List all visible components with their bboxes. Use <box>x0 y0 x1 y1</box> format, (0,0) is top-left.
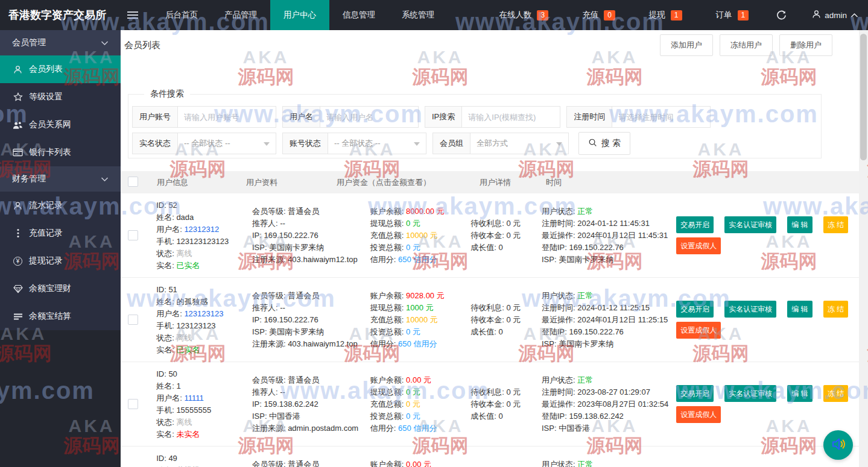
username-link[interactable]: 12312312 <box>184 225 219 234</box>
last-operation-time: 2024年01月12日 11:45:31 <box>577 231 668 240</box>
edit-button[interactable]: 编 辑 <box>787 385 812 402</box>
chevron-down-icon <box>101 38 109 48</box>
sidebar-item-member-network[interactable]: 会员关系网 <box>0 111 121 139</box>
nav-item-system[interactable]: 系统管理 <box>388 0 448 30</box>
username-input[interactable] <box>320 106 419 128</box>
withdraw-total[interactable]: 0 元 <box>406 387 420 396</box>
sidebar-item-bank-cards[interactable]: 银行卡列表 <box>0 139 121 166</box>
referrer: -- <box>280 219 285 228</box>
user-funds-cell: 账户余额0.00 元 提现总额0 元 充值总额0 元 投资总额0 元 信用分65… <box>366 362 470 446</box>
nav-item-products[interactable]: 产品管理 <box>211 0 270 30</box>
stat-withdraw[interactable]: 提现 1 <box>649 10 682 20</box>
user-phone: 123123123 <box>176 321 215 330</box>
delete-user-button[interactable]: 删除用户 <box>779 34 832 56</box>
stat-online[interactable]: 在线人数 3 <box>499 10 548 20</box>
table-row: ID52 姓名dada 用户名12312312 手机123123123123 状… <box>121 193 859 278</box>
realname-verify-button[interactable]: 实名认证审核 <box>724 301 776 318</box>
select-all-checkbox[interactable] <box>128 177 138 187</box>
account-status-select[interactable]: -- 全部状态 -- <box>328 133 426 154</box>
reg-ip: 159.138.62.242 <box>264 400 318 409</box>
row-checkbox[interactable] <box>128 230 138 240</box>
nav-item-user-center[interactable]: 用户中心 <box>270 0 329 30</box>
table-header: 用户信息 用户资料 用户资金（点击金额查看） 用户详情 时间 <box>121 171 859 193</box>
set-fake-button[interactable]: 设置成假人 <box>676 406 721 423</box>
recharge-total[interactable]: 10000 元 <box>406 315 438 324</box>
invest-total[interactable]: 0 元 <box>406 327 420 336</box>
balance-amount[interactable]: 0.00 元 <box>406 460 431 467</box>
caret-down-icon <box>264 142 270 146</box>
set-fake-button[interactable]: 设置成假人 <box>676 322 721 339</box>
realname-verify-button[interactable]: 实名认证审核 <box>724 216 776 233</box>
withdraw-total[interactable]: 0 元 <box>406 219 420 228</box>
freeze-button[interactable]: 冻 结 <box>823 301 848 318</box>
member-group-select[interactable]: 全部方式 <box>470 133 569 154</box>
reg-isp: 美国南卡罗来纳 <box>269 327 324 336</box>
freeze-button[interactable]: 冻 结 <box>823 216 848 233</box>
sidebar-item-member-list[interactable]: 会员列表 <box>0 55 121 83</box>
withdraw-total[interactable]: 1000 元 <box>406 303 434 312</box>
sidebar-item-flow-records[interactable]: 流水记录 <box>0 192 121 219</box>
edit-button[interactable]: 编 辑 <box>787 301 812 318</box>
nav-item-info[interactable]: 信息管理 <box>329 0 388 30</box>
freeze-user-button[interactable]: 冻结用户 <box>720 34 773 56</box>
list-icon <box>13 313 23 321</box>
user-funds-cell: 账户余额0.00 元 提现总额 充值总额 投资总额 信用分 <box>366 447 470 467</box>
admin-menu[interactable]: admin <box>812 10 858 20</box>
user-id: 51 <box>168 285 177 294</box>
col-time: 时间 <box>541 177 683 188</box>
sidebar-item-recharge-records[interactable]: 充值记录 <box>0 219 121 247</box>
credit-score[interactable]: 650 信用分 <box>398 255 437 264</box>
freeze-button[interactable]: 冻 结 <box>823 385 848 402</box>
trade-toggle-button[interactable]: 交易开启 <box>676 216 714 233</box>
reg-source: 403.haiwaiym12.top <box>288 255 358 264</box>
scrollbar-track[interactable] <box>859 30 868 467</box>
sidebar-item-withdraw-records[interactable]: ¥ 提现记录 <box>0 247 121 275</box>
balance-amount[interactable]: 9028.00 元 <box>406 291 445 300</box>
refresh-icon[interactable] <box>776 10 787 20</box>
sidebar-item-yuebao-invest[interactable]: 余额宝理财 <box>0 275 121 302</box>
invest-total[interactable]: 0 元 <box>406 412 420 421</box>
regtime-input[interactable] <box>612 106 711 128</box>
referrer: -- <box>280 387 285 396</box>
sidebar-group-finance-mgmt[interactable]: 财务管理 <box>0 166 121 192</box>
table-body: ID52 姓名dada 用户名12312312 手机123123123123 状… <box>121 193 859 467</box>
main-nav: 后台首页 产品管理 用户中心 信息管理 系统管理 <box>152 0 448 30</box>
login-ip: 169.150.222.76 <box>569 243 623 252</box>
stat-recharge[interactable]: 充值 0 <box>582 10 615 20</box>
credit-score[interactable]: 650 信用分 <box>398 339 437 348</box>
balance-amount[interactable]: 8000.00 元 <box>406 207 445 216</box>
search-button[interactable]: 搜 索 <box>578 132 630 155</box>
recharge-total[interactable]: 10000 元 <box>406 231 438 240</box>
trade-toggle-button[interactable]: 交易开启 <box>676 301 714 318</box>
balance-amount[interactable]: 0.00 元 <box>406 375 431 384</box>
account-input[interactable] <box>177 106 276 128</box>
app-logo: 香港数字资产交易所 <box>0 0 121 30</box>
sidebar-group-member-mgmt[interactable]: 会员管理 <box>0 30 121 55</box>
sidebar-item-yuebao-settle[interactable]: 余额宝结算 <box>0 302 121 330</box>
recharge-total[interactable]: 0 元 <box>406 400 420 409</box>
user-name: dada <box>176 213 194 222</box>
row-checkbox[interactable] <box>128 399 138 409</box>
trade-toggle-button[interactable]: 交易开启 <box>676 385 714 402</box>
scrollbar-thumb[interactable] <box>860 34 867 160</box>
edit-button[interactable]: 编 辑 <box>787 216 812 233</box>
username-link[interactable]: 123123123 <box>184 309 223 318</box>
sidebar-item-level-settings[interactable]: 等级设置 <box>0 83 121 111</box>
row-checkbox[interactable] <box>128 315 138 325</box>
hamburger-menu-icon[interactable] <box>121 0 145 30</box>
invest-total[interactable]: 0 元 <box>406 243 420 252</box>
nav-item-dashboard[interactable]: 后台首页 <box>152 0 211 30</box>
withdraw-count-badge: 1 <box>671 10 682 20</box>
username-link[interactable]: 11111 <box>184 393 203 403</box>
realname-status-select[interactable]: -- 全部状态 -- <box>177 133 276 154</box>
sound-notification-button[interactable] <box>823 430 853 460</box>
caret-down-icon <box>556 142 562 146</box>
credit-score[interactable]: 650 信用分 <box>398 424 437 433</box>
realname-verify-button[interactable]: 实名认证审核 <box>724 385 776 402</box>
user-status: 正常 <box>577 291 593 300</box>
ip-search-input[interactable] <box>461 106 560 128</box>
stat-orders[interactable]: 订单 1 <box>716 10 749 20</box>
last-operation-time: 2023年08月27日 01:32:54 <box>577 400 668 409</box>
set-fake-button[interactable]: 设置成假人 <box>676 237 721 254</box>
add-user-button[interactable]: 添加用户 <box>660 34 713 56</box>
